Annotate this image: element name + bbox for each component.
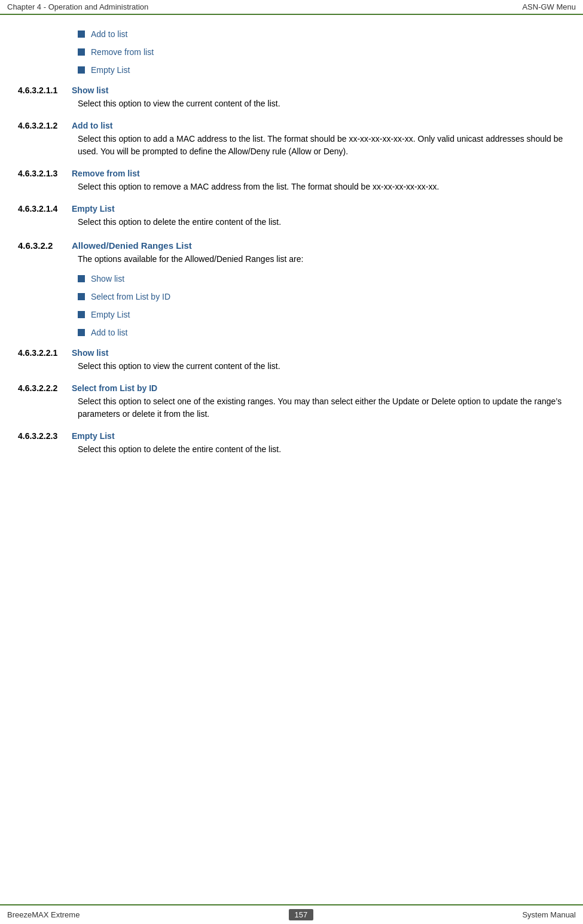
section-4-6-3-2-1-3-heading: 4.6.3.2.1.3 Remove from list [18,169,565,178]
bullet-icon-remove [78,48,85,56]
section-4-6-3-2-2-1-title: Show list [72,348,108,358]
page-number: 157 [289,909,314,920]
section-4-6-3-2-2-1-num: 4.6.3.2.2.1 [18,348,72,358]
section-4-6-3-2-1-1-title: Show list [72,86,108,95]
section-4-6-3-2-2-3-body: Select this option to delete the entire … [78,443,565,456]
major-section-4-6-3-2-2-heading: 4.6.3.2.2 Allowed/Denied Ranges List [18,240,565,251]
ranges-bullet-list: Show list Select from List by ID Empty L… [78,274,565,337]
list-item-remove-from-list: Remove from list [78,47,565,57]
chapter-title: Chapter 4 - Operation and Administration [7,2,148,11]
section-4-6-3-2-2-2-body: Select this option to select one of the … [78,395,565,420]
section-4-6-3-2-2-1-body: Select this option to view the current c… [78,360,565,373]
add-to-list-label: Add to list [91,29,127,39]
bullet-icon-add-2 [78,329,85,336]
section-4-6-3-2-2-3-title: Empty List [72,431,115,441]
section-4-6-3-2-1-4-title: Empty List [72,204,115,214]
section-4-6-3-2-2-2-title: Select from List by ID [72,383,157,393]
show-list-label: Show list [91,274,124,283]
footer-right: System Manual [522,910,576,919]
section-4-6-3-2-1-3-num: 4.6.3.2.1.3 [18,169,72,178]
list-item-empty-list: Empty List [78,65,565,75]
list-item-add-to-list-2: Add to list [78,328,565,337]
major-section-num: 4.6.3.2.2 [18,240,72,251]
footer-left: BreezeMAX Extreme [7,910,80,919]
list-item-show-list: Show list [78,274,565,283]
section-title-header: ASN-GW Menu [522,2,576,11]
section-4-6-3-2-1-1-heading: 4.6.3.2.1.1 Show list [18,86,565,95]
section-4-6-3-2-1-3-title: Remove from list [72,169,140,178]
list-item-empty-list-2: Empty List [78,310,565,319]
add-to-list-label-2: Add to list [91,328,127,337]
section-4-6-3-2-1-2-body: Select this option to add a MAC address … [78,133,565,158]
empty-list-label-2: Empty List [91,310,130,319]
bullet-icon-show [78,275,85,282]
top-bar: Chapter 4 - Operation and Administration… [0,0,583,15]
section-4-6-3-2-1-4-body: Select this option to delete the entire … [78,216,565,228]
section-4-6-3-2-2-2-heading: 4.6.3.2.2.2 Select from List by ID [18,383,565,393]
section-4-6-3-2-1-2-heading: 4.6.3.2.1.2 Add to list [18,121,565,130]
major-section-title: Allowed/Denied Ranges List [72,240,192,251]
bullet-icon-add [78,31,85,38]
section-4-6-3-2-1-2-num: 4.6.3.2.1.2 [18,121,72,130]
section-4-6-3-2-1-1-body: Select this option to view the current c… [78,97,565,110]
bullet-icon-empty [78,66,85,74]
major-section-body: The options available for the Allowed/De… [78,253,565,266]
intro-bullet-list: Add to list Remove from list Empty List [78,29,565,75]
main-content: Add to list Remove from list Empty List … [0,15,583,494]
bullet-icon-empty-2 [78,311,85,318]
list-item-add-to-list: Add to list [78,29,565,39]
section-4-6-3-2-1-1-num: 4.6.3.2.1.1 [18,86,72,95]
section-4-6-3-2-1-2-title: Add to list [72,121,112,130]
empty-list-label: Empty List [91,65,130,75]
section-4-6-3-2-1-4-heading: 4.6.3.2.1.4 Empty List [18,204,565,214]
footer: BreezeMAX Extreme 157 System Manual [0,904,583,924]
section-4-6-3-2-1-3-body: Select this option to remove a MAC addre… [78,181,565,193]
list-item-select-from-list: Select from List by ID [78,292,565,301]
section-4-6-3-2-1-4-num: 4.6.3.2.1.4 [18,204,72,214]
section-4-6-3-2-2-3-heading: 4.6.3.2.2.3 Empty List [18,431,565,441]
remove-from-list-label: Remove from list [91,47,154,57]
select-from-list-label: Select from List by ID [91,292,170,301]
section-4-6-3-2-2-3-num: 4.6.3.2.2.3 [18,431,72,441]
bullet-icon-select [78,293,85,300]
section-4-6-3-2-2-1-heading: 4.6.3.2.2.1 Show list [18,348,565,358]
section-4-6-3-2-2-2-num: 4.6.3.2.2.2 [18,383,72,393]
